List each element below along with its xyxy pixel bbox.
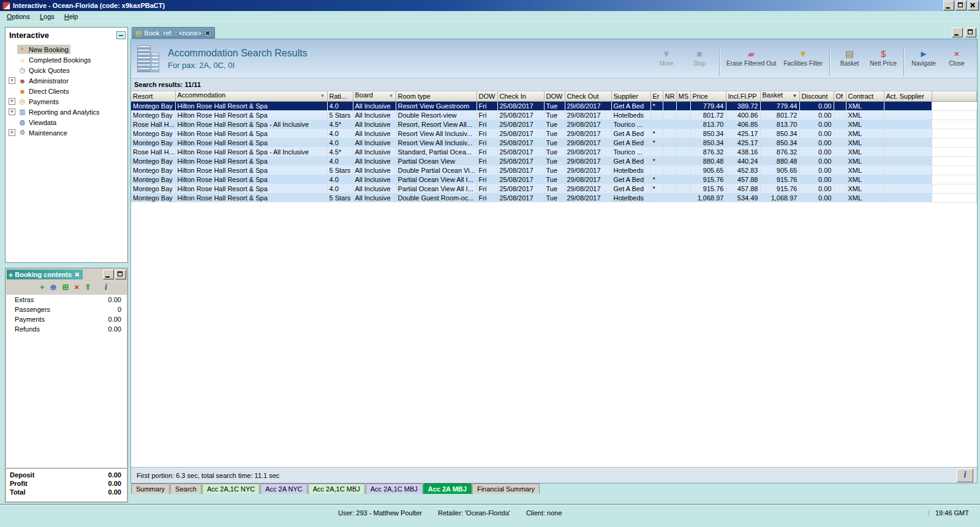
booking-contents-row-refunds[interactable]: Refunds0.00 bbox=[6, 324, 127, 334]
tab-acc-2a-1c-mbj-4[interactable]: Acc 2A,1C MBJ bbox=[308, 483, 365, 494]
tab-book-ref[interactable]: ▤ Book. ref. : <none> bbox=[132, 27, 215, 39]
sidebar-item-quick-quotes[interactable]: ◷Quick Quotes bbox=[6, 65, 127, 75]
expand-icon[interactable]: + bbox=[9, 77, 15, 84]
table-row[interactable]: Montego BayHilton Rose Hall Resort & Spa… bbox=[131, 129, 977, 138]
tab-financial-summary-7[interactable]: Financial Summary bbox=[472, 483, 540, 494]
tab-search-1[interactable]: Search bbox=[170, 483, 202, 494]
table-cell: Montego Bay bbox=[131, 101, 175, 110]
booking-contents-row-payments[interactable]: Payments0.00 bbox=[6, 314, 127, 324]
sidebar-item-direct-clients[interactable]: ☻Direct Clients bbox=[6, 86, 127, 96]
close-button[interactable]: ×Close bbox=[940, 48, 973, 74]
booking-contents-row-extras[interactable]: Extras0.00 bbox=[6, 295, 127, 305]
column-header-ms-12[interactable]: MS bbox=[676, 91, 690, 101]
nett-price-icon: $ bbox=[870, 48, 897, 60]
info-icon[interactable]: i bbox=[105, 283, 107, 291]
booking-contents-minimize-button[interactable] bbox=[103, 270, 114, 279]
column-header-check-out-8[interactable]: Check Out bbox=[565, 91, 611, 101]
menu-item-options[interactable]: Options bbox=[2, 12, 35, 21]
add-from-search-icon[interactable]: ⊞ bbox=[62, 283, 69, 291]
tab-acc-2a-1c-nyc-2[interactable]: Acc 2A,1C NYC bbox=[202, 483, 260, 494]
booking-contents-restore-button[interactable] bbox=[115, 270, 126, 279]
column-header-basket-15[interactable]: Basket▼ bbox=[760, 91, 799, 101]
column-header-check-in-6[interactable]: Check In bbox=[497, 91, 544, 101]
world-search-icon[interactable]: ⊕ bbox=[50, 283, 57, 291]
delete-icon[interactable]: × bbox=[74, 283, 79, 291]
nett-price-button[interactable]: $Nett Price bbox=[866, 48, 900, 74]
tab-summary-0[interactable]: Summary bbox=[131, 483, 170, 494]
expand-icon[interactable]: + bbox=[9, 98, 15, 105]
column-header-er-10[interactable]: Er bbox=[650, 91, 663, 101]
column-header-act-supplier-19[interactable]: Act. Supplier bbox=[884, 91, 932, 101]
column-header-nr-11[interactable]: NR bbox=[663, 91, 676, 101]
tab-close-icon[interactable] bbox=[204, 29, 211, 37]
table-cell: Get A Bed bbox=[611, 175, 650, 184]
column-header-incl-fl-pp-14[interactable]: Incl.Fl.PP bbox=[726, 91, 760, 101]
table-row[interactable]: Montego BayHilton Rose Hall Resort & Spa… bbox=[131, 184, 977, 193]
menu-item-logs[interactable]: Logs bbox=[35, 12, 59, 21]
maximize-button[interactable] bbox=[956, 1, 967, 10]
more-button[interactable]: ▼More bbox=[650, 48, 683, 74]
table-cell bbox=[884, 156, 932, 165]
column-header-accommodation-1[interactable]: Accommodation▼ bbox=[175, 91, 327, 101]
booking-contents-close-icon[interactable] bbox=[74, 271, 81, 278]
column-header-discount-16[interactable]: Discount bbox=[799, 91, 834, 101]
minimize-button[interactable] bbox=[943, 1, 954, 10]
tab-acc-2a-nyc-3[interactable]: Acc 2A NYC bbox=[260, 483, 307, 494]
column-header-of-17[interactable]: Of bbox=[834, 91, 846, 101]
table-cell: 457.88 bbox=[726, 184, 760, 193]
table-row[interactable]: Rose Hall H...Hilton Rose Hall Resort & … bbox=[131, 147, 977, 156]
row-label: Refunds bbox=[15, 325, 108, 333]
menu-item-help[interactable]: Help bbox=[59, 12, 83, 21]
facilities-filter-button[interactable]: ▼Facilities Filter bbox=[780, 48, 826, 74]
column-header-resort-0[interactable]: Resort bbox=[131, 91, 175, 101]
table-row[interactable]: Montego BayHilton Rose Hall Resort & Spa… bbox=[131, 156, 977, 165]
close-button[interactable] bbox=[968, 1, 979, 10]
column-header-rati-2[interactable]: Rati... bbox=[327, 91, 353, 101]
sidebar-item-maintenance[interactable]: +⚙Maintenance bbox=[6, 127, 127, 138]
column-header-supplier-9[interactable]: Supplier bbox=[611, 91, 650, 101]
table-cell: 905.65 bbox=[690, 165, 726, 175]
sidebar-item-payments[interactable]: +◎Payments bbox=[6, 96, 127, 107]
expander-spacer bbox=[9, 88, 15, 94]
filter-icon[interactable]: ▼ bbox=[320, 91, 325, 100]
column-header-dow-5[interactable]: DOW bbox=[477, 91, 497, 101]
column-header-price-13[interactable]: Price bbox=[690, 91, 726, 101]
erase-filtered-out-button[interactable]: ▰Erase Filtered Out bbox=[723, 48, 780, 74]
column-header-dow-7[interactable]: DOW bbox=[544, 91, 565, 101]
collapse-panel-button[interactable] bbox=[116, 31, 126, 39]
sidebar-item-viewdata[interactable]: ◍Viewdata bbox=[6, 117, 127, 127]
table-cell: Fri bbox=[477, 193, 497, 202]
add-icon[interactable]: + bbox=[40, 283, 45, 291]
table-cell: 5 Stars bbox=[327, 193, 353, 202]
table-row[interactable]: Montego BayHilton Rose Hall Resort & Spa… bbox=[131, 175, 977, 184]
sidebar-item-administrator[interactable]: +☻Administrator bbox=[6, 75, 127, 86]
sidebar-item-completed-bookings[interactable]: ☼Completed Bookings bbox=[6, 55, 127, 65]
export-icon[interactable]: ⇑ bbox=[85, 283, 91, 291]
mdi-minimize-button[interactable] bbox=[952, 28, 963, 37]
column-header-contract-18[interactable]: Contract bbox=[846, 91, 884, 101]
table-cell: Hilton Rose Hall Resort & Spa bbox=[175, 129, 327, 138]
tab-acc-2a-1c-mbj-5[interactable]: Acc 2A,1C MBJ bbox=[366, 483, 423, 494]
table-row[interactable]: Montego BayHilton Rose Hall Resort & Spa… bbox=[131, 138, 977, 147]
table-cell: Fri bbox=[477, 119, 497, 129]
table-row[interactable]: Montego BayHilton Rose Hall Resort & Spa… bbox=[131, 165, 977, 175]
expand-icon[interactable]: + bbox=[9, 108, 15, 115]
sidebar-item-new-booking[interactable]: ☀New Booking bbox=[6, 44, 127, 55]
table-row[interactable]: Montego BayHilton Rose Hall Resort & Spa… bbox=[131, 110, 977, 119]
table-row[interactable]: Rose Hall H...Hilton Rose Hall Resort & … bbox=[131, 119, 977, 129]
expand-icon[interactable]: + bbox=[9, 129, 15, 136]
sidebar-item-reporting-and-analytics[interactable]: +▥Reporting and Analytics bbox=[6, 107, 127, 117]
table-row[interactable]: Montego BayHilton Rose Hall Resort & Spa… bbox=[131, 101, 977, 110]
tab-acc-2a-mbj-6[interactable]: Acc 2A MBJ bbox=[423, 483, 472, 494]
info-button[interactable]: i bbox=[957, 469, 973, 482]
window-title: Interactive - Ocean-Florida (code: x9kax… bbox=[13, 2, 942, 9]
column-header-board-3[interactable]: Board▼ bbox=[353, 91, 396, 101]
booking-contents-row-passengers[interactable]: Passengers0 bbox=[6, 305, 127, 314]
column-header-room-type-4[interactable]: Room type bbox=[396, 91, 477, 101]
basket-button[interactable]: ▤Basket bbox=[833, 48, 866, 74]
table-row[interactable]: Montego BayHilton Rose Hall Resort & Spa… bbox=[131, 193, 977, 202]
mdi-restore-button[interactable] bbox=[965, 28, 976, 37]
navigate-button[interactable]: ►Navigate bbox=[907, 48, 940, 74]
filter-icon[interactable]: ▼ bbox=[389, 91, 394, 100]
stop-button[interactable]: ■Stop bbox=[683, 48, 716, 74]
